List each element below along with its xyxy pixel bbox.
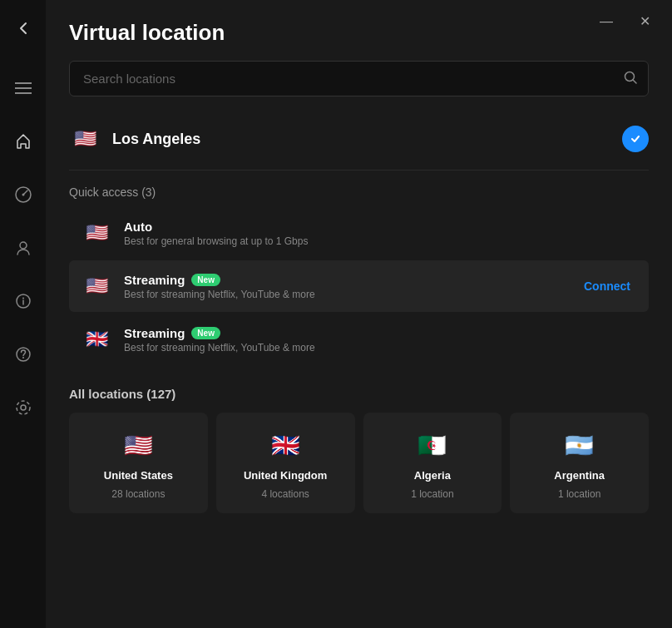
streaming-uk-subtitle: Best for streaming Netflix, YouTube & mo… <box>124 342 637 354</box>
uk-name: United Kingdom <box>244 469 327 482</box>
streaming-us-badge: New <box>191 274 220 286</box>
speed-icon[interactable] <box>8 180 38 210</box>
argentina-name: Argentina <box>554 469 605 482</box>
quick-access-list: 🇺🇸 Auto Best for general browsing at up … <box>69 207 649 365</box>
svg-point-12 <box>17 401 30 414</box>
page-title: Virtual location <box>69 20 649 46</box>
help-icon[interactable] <box>8 339 38 369</box>
argentina-count: 1 location <box>558 488 600 500</box>
close-button[interactable]: ✕ <box>635 12 655 31</box>
auto-item-subtitle: Best for general browsing at up to 1 Gbp… <box>124 235 637 247</box>
locations-grid: 🇺🇸 United States 28 locations 🇬🇧 United … <box>69 413 649 513</box>
us-flag: 🇺🇸 <box>121 428 156 462</box>
auto-item-title: Auto <box>124 220 637 234</box>
streaming-us-subtitle: Best for streaming Netflix, YouTube & mo… <box>124 289 566 300</box>
svg-point-10 <box>22 357 24 359</box>
svg-point-8 <box>22 298 24 299</box>
sidebar <box>0 0 46 628</box>
quick-access-label: Quick access (3) <box>69 185 649 199</box>
us-count: 28 locations <box>111 488 165 500</box>
streaming-uk-flag: 🇬🇧 <box>81 324 112 355</box>
algeria-name: Algeria <box>414 469 451 482</box>
streaming-us-text: Streaming New Best for streaming Netflix… <box>124 273 566 300</box>
current-location[interactable]: 🇺🇸 Los Angeles <box>69 115 649 171</box>
home-icon[interactable] <box>8 126 38 156</box>
search-icon <box>624 71 637 87</box>
location-card-algeria[interactable]: 🇩🇿 Algeria 1 location <box>363 413 502 513</box>
connect-button[interactable]: Connect <box>577 276 637 296</box>
account-icon[interactable] <box>8 233 38 263</box>
streaming-uk-text: Streaming New Best for streaming Netflix… <box>124 326 637 354</box>
auto-flag: 🇺🇸 <box>81 217 112 249</box>
location-card-argentina[interactable]: 🇦🇷 Argentina 1 location <box>510 413 649 513</box>
algeria-count: 1 location <box>411 488 453 500</box>
auto-item-text: Auto Best for general browsing at up to … <box>124 220 637 247</box>
svg-line-14 <box>633 80 636 83</box>
streaming-us-title: Streaming New <box>124 273 566 287</box>
argentina-flag: 🇦🇷 <box>562 428 597 462</box>
current-location-flag: 🇺🇸 <box>69 123 101 155</box>
info-icon[interactable] <box>8 286 38 316</box>
search-input[interactable] <box>69 61 649 96</box>
algeria-flag: 🇩🇿 <box>415 428 450 462</box>
back-icon[interactable] <box>8 13 38 43</box>
qa-item-streaming-us[interactable]: 🇺🇸 Streaming New Best for streaming Netf… <box>69 260 649 312</box>
location-card-uk[interactable]: 🇬🇧 United Kingdom 4 locations <box>216 413 355 513</box>
streaming-uk-title: Streaming New <box>124 326 637 340</box>
minimize-button[interactable]: — <box>595 12 618 31</box>
settings-icon[interactable] <box>8 393 38 423</box>
all-locations-label: All locations (127) <box>69 387 649 401</box>
current-location-name: Los Angeles <box>112 131 610 148</box>
qa-item-auto[interactable]: 🇺🇸 Auto Best for general browsing at up … <box>69 207 649 259</box>
connected-checkmark <box>622 126 649 152</box>
location-card-us[interactable]: 🇺🇸 United States 28 locations <box>69 413 208 513</box>
window-controls: — ✕ <box>595 12 655 31</box>
uk-flag: 🇬🇧 <box>268 428 303 462</box>
streaming-us-flag: 🇺🇸 <box>81 270 112 302</box>
streaming-uk-badge: New <box>191 327 220 339</box>
menu-icon[interactable] <box>8 73 38 103</box>
svg-point-11 <box>21 405 26 410</box>
search-container <box>69 61 649 96</box>
svg-point-4 <box>22 194 24 196</box>
qa-item-streaming-uk[interactable]: 🇬🇧 Streaming New Best for streaming Netf… <box>69 314 649 365</box>
us-name: United States <box>104 469 173 482</box>
main-content: — ✕ Virtual location 🇺🇸 Los Angeles Quic… <box>46 0 672 628</box>
svg-point-5 <box>20 242 27 249</box>
uk-count: 4 locations <box>261 488 309 500</box>
